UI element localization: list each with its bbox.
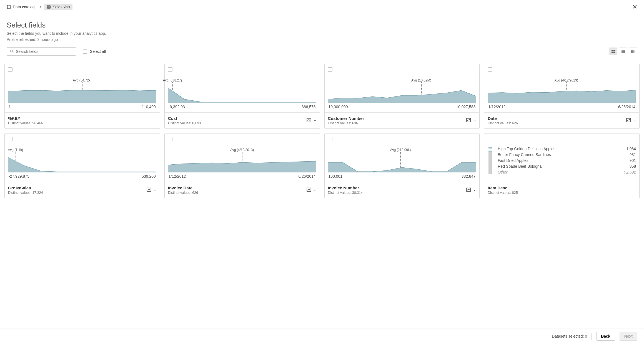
distinct-values: Distinct values: 626 <box>168 191 198 195</box>
view-list-button[interactable] <box>619 48 627 55</box>
distinct-values: Distinct values: 8,693 <box>168 121 201 125</box>
chevron-down-icon <box>633 118 636 123</box>
field-card[interactable]: Avg (638.27) -9,392.93 366,576Cost Disti… <box>164 64 320 129</box>
breadcrumb-current[interactable]: Sales.xlsx <box>44 4 72 10</box>
field-checkbox[interactable] <box>168 67 172 72</box>
field-chart: Avg (54.72k) 1 110,409 <box>8 78 156 109</box>
toolbar: Select all <box>0 42 644 59</box>
field-checkbox[interactable] <box>168 137 172 141</box>
field-checkbox[interactable] <box>8 67 12 72</box>
chevron-down-icon <box>473 188 476 192</box>
field-cards: Avg (54.72k) 1 110,409%KEY Distinct valu… <box>4 64 640 198</box>
distinct-values: Distinct values: 825 <box>488 191 518 195</box>
chevron-down-icon <box>154 188 156 192</box>
select-all-checkbox[interactable] <box>83 49 87 54</box>
svg-point-2 <box>47 5 50 6</box>
field-card[interactable]: High Top Golden Delcious Apples 1,084 Be… <box>484 133 640 198</box>
page-subtitle: Select the fields you want to include in… <box>7 31 637 36</box>
range-max: 539,200 <box>142 174 156 179</box>
distinct-values: Distinct values: 38,314 <box>328 191 363 195</box>
distinct-values: Distinct values: 626 <box>488 121 518 125</box>
page-title: Select fields <box>7 21 637 29</box>
svg-rect-7 <box>612 52 613 53</box>
range-max: 110,409 <box>142 105 156 109</box>
field-name: Item Desc <box>488 185 518 190</box>
list-item-label: Fast Dried Apples <box>498 158 528 163</box>
field-card[interactable]: Avg (4/12/2013) 1/12/2012 6/26/2014Invoi… <box>164 133 320 198</box>
list-item: High Top Golden Delcious Apples 1,084 <box>498 147 636 151</box>
list-item-label: Red Spade Beef Bologna <box>498 164 542 169</box>
chart-icon <box>626 118 632 123</box>
search-input-wrap[interactable] <box>7 47 76 56</box>
field-chart: Avg (1.1k) -27,929.875 539,200 <box>8 148 156 179</box>
svg-rect-5 <box>612 50 613 51</box>
list-item: Fast Dried Apples 901 <box>498 158 636 163</box>
field-card[interactable]: Avg (4/12/2013) 1/12/2012 6/26/2014Date … <box>484 64 640 129</box>
svg-point-3 <box>11 50 13 52</box>
avg-label: Avg (213.09k) <box>390 148 411 152</box>
range-min: 10,000,000 <box>329 105 348 109</box>
avg-label: Avg (54.72k) <box>73 78 92 82</box>
svg-rect-0 <box>7 5 11 9</box>
range-max: 10,027,583 <box>456 105 475 109</box>
search-icon <box>10 49 14 54</box>
field-name: Invoice Number <box>328 185 363 190</box>
field-name: Invoice Date <box>168 185 198 190</box>
distinct-values: Distinct values: 96,466 <box>8 121 43 125</box>
chart-type-menu[interactable] <box>466 187 476 193</box>
field-chart: Avg (213.09k) 100,001 332,847 <box>328 148 476 179</box>
field-checkbox[interactable] <box>488 137 492 141</box>
range-max: 366,576 <box>302 105 316 109</box>
close-button[interactable]: ✕ <box>630 2 640 12</box>
view-grid-button[interactable] <box>609 48 617 55</box>
svg-line-4 <box>12 52 14 53</box>
field-checkbox[interactable] <box>328 137 332 141</box>
field-checkbox[interactable] <box>328 67 332 72</box>
list-item-value: 858 <box>630 164 636 169</box>
chart-type-menu[interactable] <box>306 118 316 123</box>
chart-type-menu[interactable] <box>306 187 316 193</box>
view-table-button[interactable] <box>629 48 637 55</box>
chevron-down-icon <box>314 118 316 123</box>
list-item-value: 1,084 <box>626 147 636 151</box>
svg-rect-6 <box>613 50 615 51</box>
grid-icon <box>611 49 615 54</box>
field-card[interactable]: Avg (54.72k) 1 110,409%KEY Distinct valu… <box>4 64 160 129</box>
mini-bar-stack <box>488 147 493 174</box>
field-checkbox[interactable] <box>488 67 492 72</box>
avg-label: Avg (4/12/2013) <box>230 148 254 152</box>
chart-type-menu[interactable] <box>626 118 636 123</box>
breadcrumb-root[interactable]: Data catalog <box>4 4 37 10</box>
chart-icon <box>466 187 472 193</box>
breadcrumb: Data catalog > Sales.xlsx <box>4 4 72 10</box>
field-card[interactable]: Avg (1.1k) -27,929.875 539,200GrossSales… <box>4 133 160 198</box>
chart-icon <box>306 187 312 193</box>
chart-type-menu[interactable] <box>146 187 156 193</box>
list-item-label: Better Fancy Canned Sardines <box>498 152 551 157</box>
field-name: Cost <box>168 116 201 121</box>
list-item: Red Spade Beef Bologna 858 <box>498 164 636 169</box>
field-name: Customer Number <box>328 116 364 121</box>
list-item-label: Other <box>498 170 507 174</box>
breadcrumb-current-label: Sales.xlsx <box>53 5 70 9</box>
select-all[interactable]: Select all <box>83 49 106 54</box>
range-min: 1/12/2012 <box>169 174 186 179</box>
field-checkbox[interactable] <box>8 137 12 141</box>
avg-label: Avg (4/12/2013) <box>555 78 578 82</box>
datasets-selected: Datasets selected: 0 <box>552 334 587 336</box>
chart-type-menu[interactable] <box>466 118 476 123</box>
distinct-values: Distinct values: 17,324 <box>8 191 43 195</box>
range-min: 100,001 <box>329 174 343 179</box>
range-min: 1/12/2012 <box>488 105 505 109</box>
next-button[interactable]: Next <box>620 332 637 336</box>
view-toggle <box>609 48 637 55</box>
svg-rect-12 <box>632 50 635 53</box>
page-header: Select fields Select the fields you want… <box>0 14 644 42</box>
search-input[interactable] <box>16 49 73 54</box>
field-card[interactable]: Avg (213.09k) 100,001 332,847Invoice Num… <box>324 133 480 198</box>
field-card[interactable]: Avg (10.02M) 10,000,000 10,027,583Custom… <box>324 64 480 129</box>
catalog-icon <box>7 5 11 9</box>
range-min: -9,392.93 <box>169 105 185 109</box>
back-button[interactable]: Back <box>596 332 615 336</box>
avg-label: Avg (1.1k) <box>8 148 23 152</box>
